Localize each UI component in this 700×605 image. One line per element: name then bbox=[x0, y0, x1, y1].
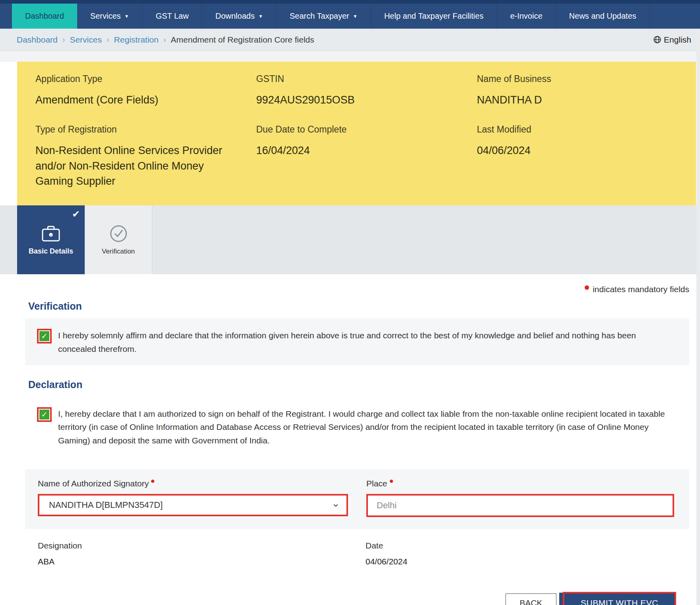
summary-due-date: Due Date to Complete 16/04/2024 bbox=[256, 124, 477, 189]
breadcrumb-services[interactable]: Services bbox=[70, 35, 102, 45]
declaration-statement: I, hereby declare that I am authorized t… bbox=[58, 407, 677, 447]
place-field-group: Place bbox=[366, 479, 674, 517]
nav-help-facilities[interactable]: Help and Taxpayer Facilities bbox=[371, 4, 497, 29]
submit-button-edge bbox=[559, 593, 563, 605]
tab-verification[interactable]: Verification bbox=[85, 205, 152, 274]
mandatory-fields-note: indicates mandatory fields bbox=[25, 285, 689, 294]
tab-verification-label: Verification bbox=[102, 248, 135, 256]
breadcrumb-current-page: Amendment of Registration Core fields bbox=[171, 35, 314, 45]
language-label: English bbox=[664, 35, 691, 45]
nav-e-invoice-label: e-Invoice bbox=[510, 12, 542, 21]
application-summary-panel: Application Type Amendment (Core Fields)… bbox=[17, 62, 696, 205]
nav-news-updates-label: News and Updates bbox=[569, 12, 636, 21]
summary-value: Amendment (Core Fields) bbox=[35, 92, 222, 107]
caret-down-icon: ▼ bbox=[353, 14, 358, 19]
verification-checkbox[interactable]: ✓ bbox=[37, 329, 52, 343]
breadcrumb-separator: › bbox=[163, 35, 166, 44]
verification-statement: I hereby solemnly affirm and declare tha… bbox=[58, 329, 677, 355]
declaration-panel: ✓ I, hereby declare that I am authorized… bbox=[25, 397, 689, 457]
nav-downloads[interactable]: Downloads▼ bbox=[202, 4, 276, 29]
caret-down-icon: ▼ bbox=[124, 14, 129, 19]
nav-search-taxpayer[interactable]: Search Taxpayer▼ bbox=[276, 4, 371, 29]
signatory-label-text: Name of Authorized Signatory bbox=[38, 479, 149, 488]
date-label: Date bbox=[366, 541, 407, 550]
step-tabs: ✔ Basic Details Verification bbox=[0, 205, 700, 274]
summary-last-modified: Last Modified 04/06/2024 bbox=[477, 124, 679, 189]
summary-label: GSTIN bbox=[256, 74, 477, 84]
nav-e-invoice[interactable]: e-Invoice bbox=[497, 4, 556, 29]
main-content: indicates mandatory fields Verification … bbox=[25, 285, 689, 605]
required-dot-icon bbox=[390, 480, 393, 483]
summary-type-of-registration: Type of Registration Non-Resident Online… bbox=[35, 124, 256, 189]
place-field-label: Place bbox=[366, 479, 674, 488]
action-buttons: BACK SUBMIT WITH EVC bbox=[25, 592, 689, 605]
breadcrumb-registration[interactable]: Registration bbox=[114, 35, 159, 45]
nav-dashboard[interactable]: Dashboard bbox=[12, 4, 77, 29]
verification-heading: Verification bbox=[28, 301, 689, 312]
submit-with-evc-button[interactable]: SUBMIT WITH EVC bbox=[563, 592, 676, 605]
main-nav: Dashboard Services▼ GST Law Downloads▼ S… bbox=[0, 4, 700, 29]
signatory-field-label: Name of Authorized Signatory bbox=[38, 479, 348, 488]
summary-value: 04/06/2024 bbox=[477, 143, 664, 158]
nav-search-taxpayer-label: Search Taxpayer bbox=[290, 12, 349, 21]
designation-value: ABA bbox=[38, 557, 366, 566]
summary-label: Name of Business bbox=[477, 74, 679, 84]
declaration-checkbox[interactable]: ✓ bbox=[37, 407, 52, 422]
declaration-heading: Declaration bbox=[28, 379, 689, 390]
summary-name-of-business: Name of Business NANDITHA D bbox=[477, 74, 679, 107]
summary-label: Last Modified bbox=[477, 124, 679, 135]
language-selector[interactable]: English bbox=[653, 35, 691, 45]
back-button[interactable]: BACK bbox=[506, 593, 556, 605]
summary-label: Type of Registration bbox=[35, 124, 256, 135]
breadcrumb-dashboard[interactable]: Dashboard bbox=[17, 35, 58, 45]
check-icon: ✓ bbox=[39, 410, 49, 420]
date-value: 04/06/2024 bbox=[366, 557, 407, 566]
top-strip bbox=[0, 0, 700, 4]
mandatory-dot-icon bbox=[585, 285, 589, 290]
nav-news-updates[interactable]: News and Updates bbox=[556, 4, 650, 29]
summary-label: Application Type bbox=[35, 74, 256, 84]
designation-group: Designation ABA bbox=[38, 541, 366, 566]
nav-help-facilities-label: Help and Taxpayer Facilities bbox=[384, 12, 484, 21]
summary-label: Due Date to Complete bbox=[256, 124, 477, 135]
summary-gstin: GSTIN 9924AUS29015OSB bbox=[256, 74, 477, 107]
verification-panel: ✓ I hereby solemnly affirm and declare t… bbox=[25, 318, 689, 365]
briefcase-icon bbox=[41, 224, 61, 242]
summary-value: Non-Resident Online Services Provider an… bbox=[35, 143, 222, 189]
signatory-selected-value: NANDITHA D[BLMPN3547D] bbox=[49, 500, 163, 510]
nav-services[interactable]: Services▼ bbox=[77, 4, 143, 29]
date-group: Date 04/06/2024 bbox=[366, 541, 407, 566]
caret-down-icon: ▼ bbox=[258, 14, 263, 19]
signatory-form-panel: Name of Authorized Signatory NANDITHA D[… bbox=[25, 469, 689, 529]
breadcrumb: Dashboard › Services › Registration › Am… bbox=[17, 35, 314, 45]
tab-completed-check-icon: ✔ bbox=[72, 209, 80, 220]
designation-date-row: Designation ABA Date 04/06/2024 bbox=[25, 541, 689, 566]
nav-services-label: Services bbox=[90, 12, 121, 21]
globe-icon bbox=[653, 36, 661, 43]
check-icon: ✓ bbox=[39, 331, 49, 341]
breadcrumb-bar: Dashboard › Services › Registration › Am… bbox=[0, 29, 700, 51]
circle-check-icon bbox=[109, 224, 128, 243]
nav-dashboard-label: Dashboard bbox=[25, 12, 64, 21]
signatory-field-group: Name of Authorized Signatory NANDITHA D[… bbox=[38, 479, 348, 517]
summary-value: 9924AUS29015OSB bbox=[256, 92, 443, 107]
nav-downloads-label: Downloads bbox=[215, 12, 255, 21]
designation-label: Designation bbox=[38, 541, 366, 550]
scrollbar[interactable] bbox=[696, 29, 700, 605]
breadcrumb-separator: › bbox=[62, 35, 65, 44]
tab-basic-details-label: Basic Details bbox=[29, 247, 73, 256]
nav-gst-law-label: GST Law bbox=[156, 12, 189, 21]
tab-basic-details[interactable]: ✔ Basic Details bbox=[17, 205, 85, 274]
mandatory-note-text: indicates mandatory fields bbox=[593, 285, 689, 294]
place-label-text: Place bbox=[366, 479, 387, 488]
breadcrumb-separator: › bbox=[107, 35, 109, 44]
summary-application-type: Application Type Amendment (Core Fields) bbox=[35, 74, 256, 107]
summary-value: 16/04/2024 bbox=[256, 143, 443, 158]
summary-value: NANDITHA D bbox=[477, 92, 664, 107]
required-dot-icon bbox=[151, 480, 154, 483]
spacer-strip bbox=[0, 51, 700, 62]
nav-gst-law[interactable]: GST Law bbox=[142, 4, 202, 29]
place-input[interactable] bbox=[366, 494, 674, 517]
signatory-select[interactable]: NANDITHA D[BLMPN3547D] ⌄ bbox=[38, 494, 348, 516]
